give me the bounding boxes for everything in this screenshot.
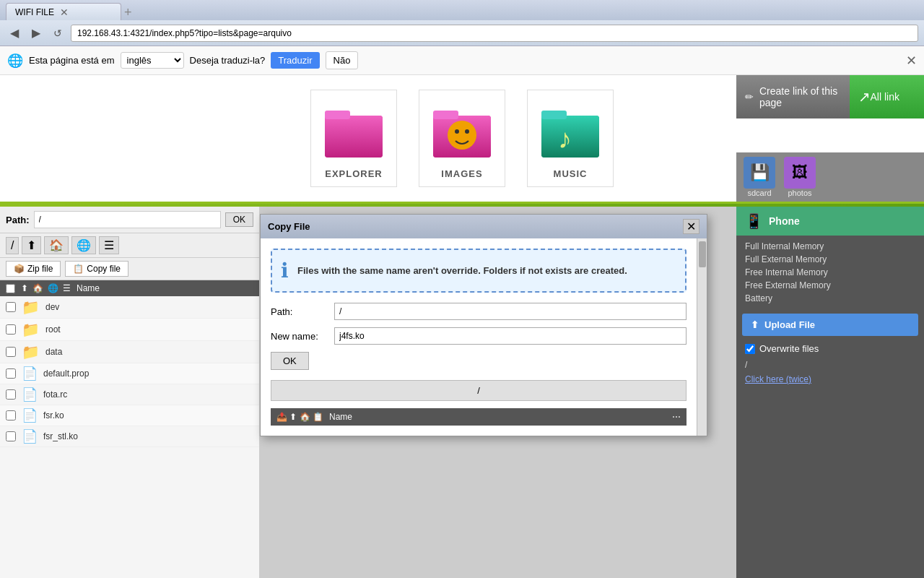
full-external-memory[interactable]: Full External Memory (745, 254, 915, 264)
photos-icon: 🖼 (784, 157, 816, 189)
translation-bar: 🌐 Esta página está em inglês português D… (0, 46, 924, 75)
up-nav-button[interactable]: ⬆ (22, 236, 41, 254)
modal-newname-input[interactable] (334, 327, 687, 345)
free-external-memory[interactable]: Free External Memory (745, 280, 915, 290)
bottom-section: Path: OK / ⬆ 🏠 🌐 ☰ 📦 Zip file (0, 207, 924, 578)
file-checkbox[interactable] (6, 347, 16, 357)
file-panel: Path: OK / ⬆ 🏠 🌐 ☰ 📦 Zip file (0, 207, 260, 578)
forward-button[interactable]: ▶ (27, 25, 45, 41)
images-icon (430, 98, 494, 163)
explorer-label: EXPLORER (325, 168, 383, 179)
phone-header: 📱 Phone (736, 207, 924, 236)
images-label: IMAGES (441, 168, 482, 179)
info-box: ℹ Files with the same name aren't overri… (271, 249, 687, 293)
nav-web-header[interactable]: 🌐 (48, 283, 58, 293)
overwrite-row[interactable]: Overwrite files (736, 340, 924, 357)
photos-icon-item[interactable]: 🖼 photos (784, 157, 816, 197)
browser-frame: WIFI FILE ✕ + ◀ ▶ ↺ 🌐 Esta página está e… (0, 0, 924, 578)
tab-title: WIFI FILE (15, 7, 54, 17)
battery[interactable]: Battery (745, 293, 915, 303)
nav-up-header[interactable]: ⬆ (21, 283, 28, 293)
copy-button[interactable]: 📋 Copy file (65, 261, 128, 277)
music-folder[interactable]: ♪ MUSIC (527, 90, 614, 187)
folder-icon: 📁 (22, 321, 40, 338)
path-bar: Path: OK (0, 207, 259, 233)
mini-icons-row: 💾 sdcard 🖼 photos (736, 152, 924, 202)
nav-home-header[interactable]: 🏠 (32, 283, 43, 293)
free-internal-memory[interactable]: Free Internal Memory (745, 267, 915, 277)
table-row: 📄 fsr_stl.ko (0, 426, 259, 447)
doc-icon: 📄 (22, 428, 38, 444)
upload-button[interactable]: ⬆ Upload File (742, 314, 918, 336)
file-name[interactable]: dev (45, 302, 59, 312)
file-name[interactable]: fota.rc (43, 389, 67, 400)
new-tab-button[interactable]: + (124, 5, 132, 20)
web-nav-button[interactable]: 🌐 (71, 236, 96, 254)
menu-nav-button[interactable]: ☰ (99, 236, 119, 254)
svg-text:♪: ♪ (558, 124, 572, 154)
modal-close-button[interactable]: ✕ (683, 219, 699, 234)
file-checkbox[interactable] (6, 368, 16, 379)
file-name[interactable]: default.prop (43, 368, 89, 379)
svg-rect-1 (325, 116, 383, 158)
click-here-link[interactable]: Click here (twice) (736, 373, 924, 386)
path-input[interactable] (34, 211, 221, 228)
modal-header: Copy File ✕ (261, 215, 707, 238)
file-checkbox[interactable] (6, 302, 16, 312)
page-content: EXPLORER (0, 75, 924, 578)
modal-ok-button[interactable]: OK (271, 352, 309, 370)
file-list: 📁 dev 📁 root 📁 data (0, 296, 259, 578)
svg-rect-11 (541, 111, 567, 119)
file-name[interactable]: root (45, 324, 61, 335)
right-panel: 📱 Phone Full Internal Memory Full Extern… (736, 207, 924, 578)
folder-icon: 📁 (22, 343, 40, 361)
address-bar[interactable] (71, 25, 918, 42)
copy-file-modal: Copy File ✕ ℹ Files with the same name a… (260, 214, 707, 436)
phone-icon: 📱 (745, 212, 763, 230)
modal-nav-path[interactable]: / (271, 380, 687, 401)
modal-name-col: Name (329, 412, 352, 422)
explorer-folder[interactable]: EXPLORER (310, 90, 397, 187)
modal-path-row: Path: (271, 303, 687, 320)
nav-icons-bar: / ⬆ 🏠 🌐 ☰ (0, 233, 259, 258)
modal-path-input[interactable] (334, 303, 687, 320)
images-folder[interactable]: IMAGES (419, 90, 505, 187)
close-translation-icon[interactable]: ✕ (906, 53, 917, 69)
translate-button[interactable]: Traduzir (271, 52, 319, 69)
nav-list-header[interactable]: ☰ (63, 283, 71, 293)
upload-icon: ⬆ (751, 319, 759, 330)
back-button[interactable]: ◀ (6, 25, 23, 41)
zip-button[interactable]: 📦 Zip file (6, 261, 61, 277)
translation-text1: Esta página está em (29, 55, 115, 66)
all-links-button[interactable]: ↗ All link (850, 75, 925, 118)
home-nav-button[interactable]: 🏠 (44, 236, 69, 254)
tab-bar: WIFI FILE ✕ + (6, 0, 132, 20)
file-checkbox[interactable] (6, 389, 16, 400)
no-translate-button[interactable]: Não (326, 51, 359, 69)
svg-point-8 (465, 129, 469, 134)
file-name[interactable]: data (45, 347, 62, 357)
browser-tab[interactable]: WIFI FILE ✕ (6, 3, 121, 20)
svg-rect-5 (433, 111, 458, 119)
file-name[interactable]: fsr_stl.ko (43, 431, 78, 441)
music-label: MUSIC (554, 168, 588, 179)
full-internal-memory[interactable]: Full Internal Memory (745, 241, 915, 251)
modal-newname-row: New name: (271, 327, 687, 345)
file-checkbox[interactable] (6, 431, 16, 441)
browser-toolbar: ◀ ▶ ↺ (0, 20, 924, 46)
language-select[interactable]: inglês português (121, 52, 184, 69)
create-link-button[interactable]: ✏ Create link of this page (736, 75, 850, 118)
explorer-icon (321, 98, 386, 163)
reload-button[interactable]: ↺ (49, 26, 66, 40)
file-checkbox[interactable] (6, 410, 16, 420)
path-ok-button[interactable]: OK (225, 212, 253, 227)
select-all-checkbox[interactable] (6, 284, 15, 293)
file-name[interactable]: fsr.ko (43, 410, 64, 420)
root-nav-button[interactable]: / (6, 237, 19, 254)
sdcard-icon-item[interactable]: 💾 sdcard (744, 157, 775, 197)
file-checkbox[interactable] (6, 324, 16, 335)
table-row: 📄 default.prop (0, 363, 259, 384)
tab-close-icon[interactable]: ✕ (60, 7, 69, 18)
overwrite-checkbox[interactable] (745, 344, 755, 354)
modal-scrollbar[interactable] (697, 238, 707, 436)
